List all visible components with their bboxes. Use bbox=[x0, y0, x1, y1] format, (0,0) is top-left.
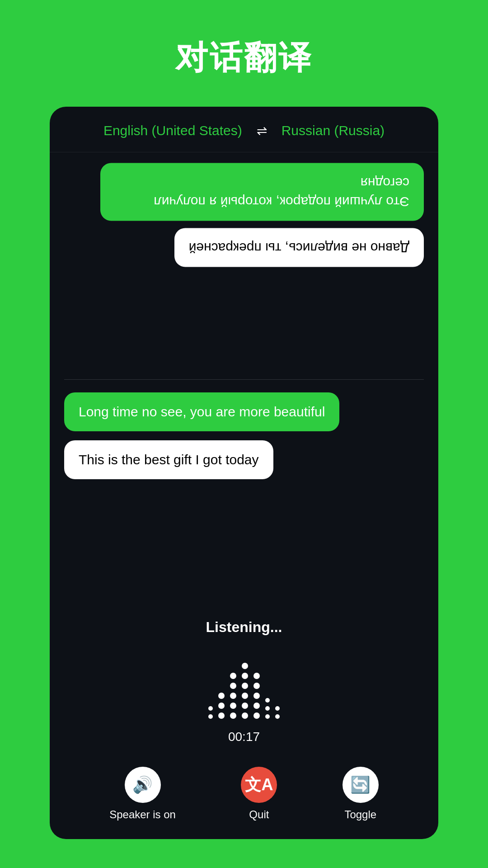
waveform-dot bbox=[265, 698, 270, 703]
waveform-col-3 bbox=[230, 673, 236, 719]
quit-button-group[interactable]: 文A Quit bbox=[241, 767, 277, 821]
waveform-dot bbox=[253, 673, 260, 679]
upper-bubble-white: Давно не виделись, ты прекрасней bbox=[174, 228, 424, 267]
waveform-dot bbox=[253, 693, 260, 699]
speaker-circle[interactable]: 🔊 bbox=[125, 767, 161, 803]
waveform-dot bbox=[230, 703, 236, 709]
waveform-dot bbox=[275, 706, 280, 711]
listening-label: Listening... bbox=[206, 619, 282, 636]
recording-timer: 00:17 bbox=[228, 730, 260, 744]
waveform-dot bbox=[242, 683, 248, 689]
waveform-dot bbox=[230, 712, 236, 719]
lower-bubble-white: This is the best gift I got today bbox=[64, 440, 273, 479]
waveform-dot bbox=[242, 673, 248, 679]
waveform-col-1 bbox=[208, 706, 213, 719]
swap-languages-icon[interactable]: ⇌ bbox=[257, 123, 267, 138]
waveform-dot bbox=[275, 714, 280, 719]
waveform-dot bbox=[218, 693, 225, 699]
upper-chat-area: Давно не виделись, ты прекрасней Это луч… bbox=[50, 152, 438, 379]
speaker-icon: 🔊 bbox=[132, 775, 153, 794]
bottom-controls: 🔊 Speaker is on 文A Quit 🔄 Toggle bbox=[50, 760, 438, 839]
quit-label: Quit bbox=[249, 808, 269, 821]
waveform-col-6 bbox=[265, 698, 270, 719]
waveform-dot bbox=[218, 703, 225, 709]
waveform-col-7 bbox=[275, 706, 280, 719]
waveform-dot bbox=[230, 693, 236, 699]
waveform-dot bbox=[253, 683, 260, 689]
waveform-dot bbox=[253, 703, 260, 709]
waveform-col-4 bbox=[242, 663, 248, 719]
waveform-dot bbox=[208, 706, 213, 711]
waveform-dot bbox=[265, 714, 270, 719]
waveform-dot bbox=[265, 706, 270, 711]
waveform-dot bbox=[230, 683, 236, 689]
waveform-dot bbox=[230, 673, 236, 679]
quit-circle[interactable]: 文A bbox=[241, 767, 277, 803]
translator-card: English (United States) ⇌ Russian (Russi… bbox=[50, 107, 438, 839]
upper-bubble-green: Это лучший подарок, который я получил се… bbox=[100, 163, 424, 221]
source-language[interactable]: English (United States) bbox=[103, 123, 242, 138]
waveform-dot bbox=[253, 712, 260, 719]
toggle-label: Toggle bbox=[344, 808, 376, 821]
speaker-button-group[interactable]: 🔊 Speaker is on bbox=[109, 767, 176, 821]
waveform-dot bbox=[242, 693, 248, 699]
target-language[interactable]: Russian (Russia) bbox=[282, 123, 385, 138]
lower-bubble-green: Long time no see, you are more beautiful bbox=[64, 392, 339, 431]
toggle-icon: 🔄 bbox=[350, 775, 371, 794]
waveform-col-2 bbox=[218, 693, 225, 719]
waveform-dot bbox=[242, 712, 248, 719]
language-header: English (United States) ⇌ Russian (Russi… bbox=[50, 107, 438, 152]
page-title: 对话翻译 bbox=[175, 36, 313, 80]
waveform-col-5 bbox=[253, 673, 260, 719]
waveform-dot bbox=[218, 712, 225, 719]
waveform-dot bbox=[208, 714, 213, 719]
toggle-button-group[interactable]: 🔄 Toggle bbox=[343, 767, 379, 821]
translate-icon: 文A bbox=[245, 774, 273, 796]
waveform-visualizer bbox=[208, 646, 280, 719]
lower-chat-area: Long time no see, you are more beautiful… bbox=[50, 380, 438, 610]
speaker-label: Speaker is on bbox=[109, 808, 176, 821]
toggle-circle[interactable]: 🔄 bbox=[343, 767, 379, 803]
listening-section: Listening... bbox=[50, 610, 438, 760]
waveform-dot bbox=[242, 703, 248, 709]
waveform-dot bbox=[242, 663, 248, 669]
